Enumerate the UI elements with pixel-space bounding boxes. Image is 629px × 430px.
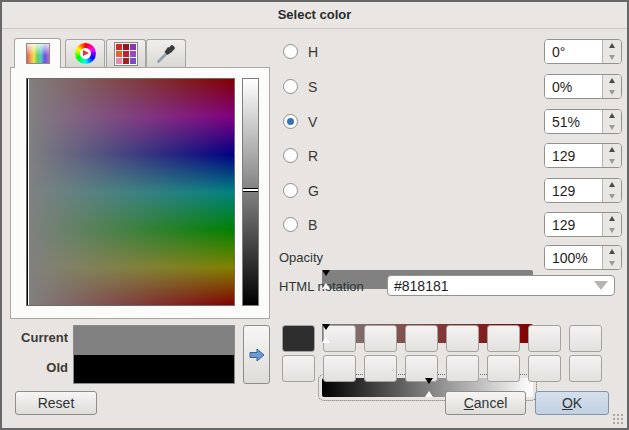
channel-label-B: B <box>308 217 317 233</box>
slider-handle-bottom[interactable] <box>322 283 330 289</box>
palette-cell[interactable] <box>528 325 561 352</box>
spin-down[interactable] <box>603 87 621 99</box>
select-color-dialog: Select color <box>0 0 629 430</box>
channel-value-G[interactable]: 129 <box>545 179 602 202</box>
opacity-label: Opacity <box>279 250 323 265</box>
spin-up-icon <box>609 216 615 221</box>
tab-palette-grid[interactable] <box>106 39 146 67</box>
opacity-spinbox[interactable]: 100% <box>544 245 622 270</box>
channel-radio-H[interactable] <box>283 44 298 59</box>
current-color-swatch <box>74 326 234 355</box>
palette-cell[interactable] <box>364 325 397 352</box>
spin-up[interactable] <box>603 40 621 52</box>
channel-label-G: G <box>308 183 319 199</box>
channel-radio-S[interactable] <box>283 79 298 94</box>
palette-cell[interactable] <box>446 355 479 382</box>
channel-value-B[interactable]: 129 <box>545 213 602 236</box>
add-to-palette-button[interactable] <box>243 325 270 384</box>
tab-eyedropper[interactable] <box>146 39 186 67</box>
cancel-button[interactable]: Cancel <box>445 391 526 415</box>
channel-value-R[interactable]: 129 <box>545 144 602 167</box>
spin-down-icon <box>609 125 615 130</box>
spin-down-icon <box>609 159 615 164</box>
old-color-swatch <box>74 355 234 383</box>
ok-button[interactable]: OK <box>535 391 609 415</box>
spin-down[interactable] <box>603 156 621 168</box>
palette-cell[interactable] <box>528 355 561 382</box>
reset-button[interactable]: Reset <box>15 391 97 415</box>
channel-value-H[interactable]: 0° <box>545 40 602 63</box>
palette-cell[interactable] <box>364 355 397 382</box>
spin-up[interactable] <box>603 75 621 87</box>
spin-up[interactable] <box>603 179 621 191</box>
dialog-title: Select color <box>278 7 352 22</box>
spin-up-icon <box>609 43 615 48</box>
spin-up-icon <box>609 249 615 254</box>
channel-spinbox-G[interactable]: 129 <box>544 178 622 203</box>
spin-down[interactable] <box>603 225 621 237</box>
spin-down-icon <box>609 55 615 60</box>
channel-value-V[interactable]: 51% <box>545 110 602 133</box>
html-notation-value[interactable]: #818181 <box>394 278 594 294</box>
palette-cell[interactable] <box>569 355 602 382</box>
right-arrow-icon <box>248 346 266 364</box>
palette-cell[interactable] <box>446 325 479 352</box>
channel-value-S[interactable]: 0% <box>545 75 602 98</box>
palette-cell[interactable] <box>405 325 438 352</box>
tab-gradient-square[interactable] <box>14 38 61 68</box>
ok-button-label: OK <box>562 395 582 411</box>
spin-down[interactable] <box>603 191 621 203</box>
spin-up[interactable] <box>603 110 621 122</box>
gradient-square-icon <box>26 43 50 64</box>
palette-grid-icon <box>114 42 138 66</box>
spin-up-icon <box>609 113 615 118</box>
tab-color-wheel[interactable] <box>65 39 105 67</box>
spin-down-icon <box>609 261 615 266</box>
slider-handle-bottom[interactable] <box>322 337 330 343</box>
opacity-spin-down[interactable] <box>603 258 621 270</box>
channel-radio-V[interactable] <box>283 114 298 129</box>
slider-handle-top[interactable] <box>322 324 330 330</box>
combo-dropdown-icon[interactable] <box>594 281 608 290</box>
color-comparison <box>73 325 235 384</box>
reset-button-label: Reset <box>38 395 75 411</box>
palette-cell[interactable] <box>487 325 520 352</box>
channel-label-R: R <box>308 148 318 164</box>
channel-radio-R[interactable] <box>283 148 298 163</box>
channel-spinbox-S[interactable]: 0% <box>544 74 622 99</box>
value-strip-marker <box>243 188 258 192</box>
channel-spinbox-B[interactable]: 129 <box>544 212 622 237</box>
channel-spinbox-R[interactable]: 129 <box>544 143 622 168</box>
color-square[interactable] <box>26 78 235 306</box>
channel-spinbox-H[interactable]: 0° <box>544 39 622 64</box>
resize-grip[interactable] <box>612 413 624 425</box>
slider-handle-bottom[interactable] <box>425 391 433 397</box>
opacity-spin-up[interactable] <box>603 246 621 258</box>
dialog-body: H 0° S 0% V 5 <box>2 29 627 428</box>
palette-cell[interactable] <box>569 325 602 352</box>
current-label: Current <box>10 330 68 345</box>
spin-up[interactable] <box>603 213 621 225</box>
channel-label-H: H <box>308 44 318 60</box>
title-bar[interactable]: Select color <box>2 2 627 29</box>
palette-cell[interactable] <box>323 355 356 382</box>
spin-down-icon <box>609 228 615 233</box>
slider-handle-top[interactable] <box>322 270 330 276</box>
palette-cell-color <box>283 326 314 351</box>
palette-cell[interactable] <box>487 355 520 382</box>
spin-down[interactable] <box>603 122 621 134</box>
spin-up-icon <box>609 182 615 187</box>
palette-cell[interactable] <box>282 325 315 352</box>
palette-cell[interactable] <box>282 355 315 382</box>
channel-label-V: V <box>308 114 317 130</box>
channel-spinbox-V[interactable]: 51% <box>544 109 622 134</box>
spin-up[interactable] <box>603 144 621 156</box>
html-notation-entry[interactable]: #818181 <box>387 275 615 296</box>
slider-handle-top[interactable] <box>425 378 433 384</box>
opacity-value[interactable]: 100% <box>545 246 602 269</box>
value-strip[interactable] <box>242 78 259 306</box>
spin-down[interactable] <box>603 52 621 64</box>
channel-radio-B[interactable] <box>283 217 298 232</box>
channel-radio-G[interactable] <box>283 183 298 198</box>
cancel-button-label: Cancel <box>464 395 508 411</box>
